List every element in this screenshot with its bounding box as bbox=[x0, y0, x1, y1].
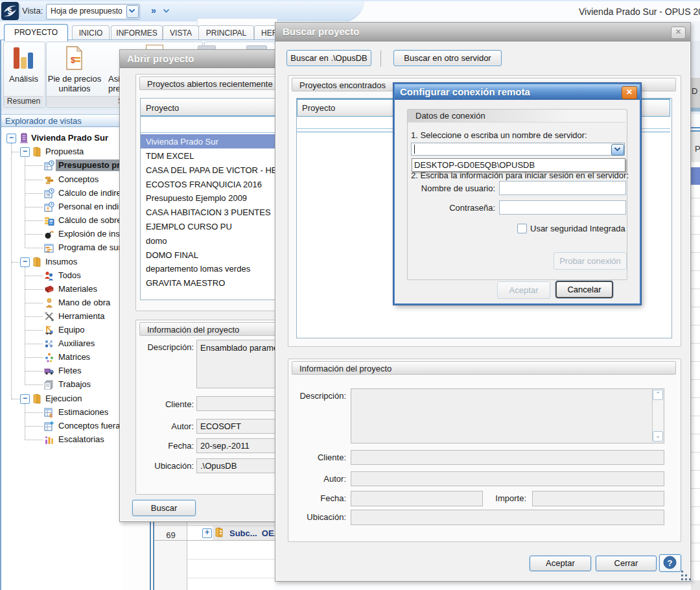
svg-text:%: % bbox=[46, 193, 50, 197]
svg-text:?: ? bbox=[668, 558, 673, 568]
svg-text:$: $ bbox=[8, 7, 12, 16]
svg-text:$: $ bbox=[49, 412, 52, 418]
svg-text:$: $ bbox=[71, 55, 76, 65]
